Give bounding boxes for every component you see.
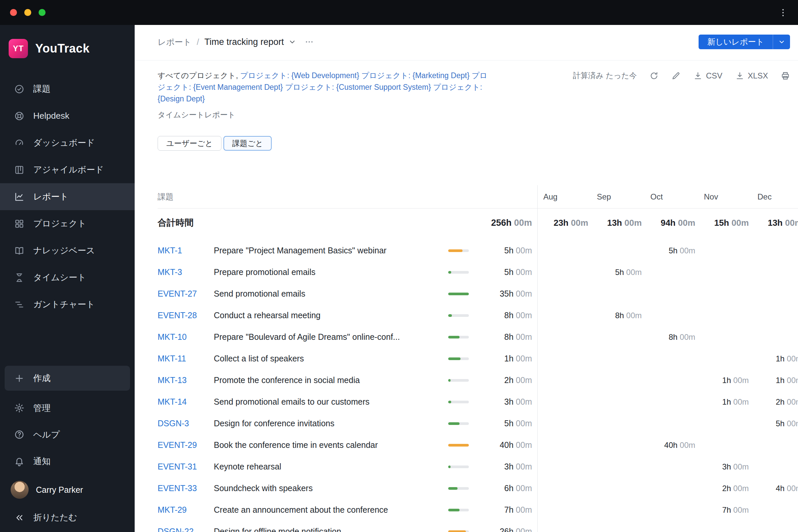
project-scope-link[interactable]: プロジェクト: {Customer Support System} [285,83,431,92]
minimize-window-button[interactable] [24,9,31,16]
agile-board-icon [14,165,25,175]
collapse-sidebar-button[interactable]: 折りたたむ [0,505,135,530]
sidebar-item-bell[interactable]: 通知 [0,448,135,474]
month-cell [537,354,591,363]
sidebar-item-issues[interactable]: 課題 [0,75,135,102]
issue-id-link[interactable]: EVENT-29 [158,440,214,450]
export-csv-button[interactable]: CSV [693,71,722,80]
breadcrumb-reports-link[interactable]: レポート [158,37,191,48]
reports-icon [14,191,25,202]
sidebar-item-gantt[interactable]: ガントチャート [0,291,135,318]
month-cell: 5h 00m [752,419,798,428]
month-cell [644,397,698,407]
sidebar-item-timesheet[interactable]: タイムシート [0,264,135,291]
month-cell [537,332,591,342]
grouping-toggle-group: ユーザーごと課題ごと [158,136,790,151]
issue-id-link[interactable]: EVENT-27 [158,289,214,299]
zoom-window-button[interactable] [39,9,45,16]
month-cell [537,246,591,255]
more-options-icon[interactable] [305,37,314,46]
month-cell: 5h 00m [644,246,698,255]
summary-month-cell: 15h 00m [698,218,752,228]
issue-id-link[interactable]: MKT-1 [158,246,214,255]
collapse-icon [14,512,25,523]
help-icon [14,429,25,440]
new-report-button[interactable]: 新しいレポート [699,35,773,49]
month-cell: 8h 00m [591,311,644,320]
new-report-dropdown-button[interactable] [773,35,790,49]
issue-id-link[interactable]: DSGN-3 [158,419,214,428]
issue-id-link[interactable]: MKT-14 [158,397,214,407]
table-row: DSGN-22Design for offline mode notificat… [158,521,798,532]
row-total: 2h 00m [482,375,532,385]
sidebar-item-help[interactable]: ヘルプ [0,421,135,448]
sidebar-item-projects[interactable]: プロジェクト [0,210,135,237]
month-cell [644,311,698,320]
table-row: EVENT-28Conduct a rehearsal meeting8h 00… [158,305,798,326]
sidebar-item-gear[interactable]: 管理 [0,395,135,421]
window-titlebar [0,0,798,25]
breadcrumb: レポート / Time tracking report [158,30,314,54]
chevron-down-icon [778,38,786,46]
summary-label: 合計時間 [158,217,193,229]
month-cell: 1h 00m [698,397,752,407]
progress-bar [448,249,469,252]
month-cell [537,268,591,277]
sidebar-item-label: ダッシュボード [33,137,95,149]
row-months: 1h 00m [537,354,798,363]
sidebar-item-reports[interactable]: レポート [0,183,135,210]
edit-button[interactable] [671,71,681,80]
toggle-by-user[interactable]: ユーザーごと [158,136,222,151]
issue-id-link[interactable]: MKT-3 [158,267,214,277]
refresh-icon [649,71,659,80]
page-header: レポート / Time tracking report 新しいレポート [135,25,798,60]
kebab-vertical-icon[interactable] [778,8,788,18]
sidebar-nav: 課題Helpdeskダッシュボードアジャイルボードレポートプロジェクトナレッジベ… [0,75,135,318]
sidebar-item-agile-board[interactable]: アジャイルボード [0,156,135,183]
user-profile[interactable]: Carry Parker [0,474,135,505]
export-label: CSV [706,71,722,80]
issue-id-link[interactable]: MKT-13 [158,375,214,385]
app-logo[interactable]: YT YouTrack [0,25,135,58]
issue-id-link[interactable]: MKT-11 [158,354,214,363]
month-cell: 40h 00m [644,440,698,450]
month-cell [591,440,644,450]
month-header-label: Aug [537,192,591,202]
table-row: MKT-1Prepare "Project Management Basics"… [158,240,798,261]
month-cell [591,246,644,255]
avatar [11,481,28,499]
create-label: 作成 [33,373,51,384]
sidebar-item-dashboard[interactable]: ダッシュボード [0,129,135,156]
issue-id-link[interactable]: EVENT-28 [158,310,214,320]
sidebar-item-label: レポート [33,191,69,203]
issue-id-link[interactable]: EVENT-31 [158,462,214,472]
chevron-down-icon[interactable] [288,38,297,46]
row-total: 8h 00m [482,332,532,342]
row-months: 1h 00m2h 00m [537,397,798,407]
month-cell [752,462,798,472]
sidebar-item-knowledge-base[interactable]: ナレッジベース [0,237,135,264]
row-months: 7h 00m [537,506,798,515]
page-title[interactable]: Time tracking report [205,37,284,47]
table-row: EVENT-27Send promotional emails35h 00m [158,283,798,305]
table-row: MKT-3Prepare promotional emails5h 00m5h … [158,261,798,283]
month-cell [591,484,644,493]
project-scope-link[interactable]: プロジェクト: {Marketing Dept} [361,71,470,80]
issue-id-link[interactable]: MKT-10 [158,332,214,342]
print-button[interactable] [781,71,790,80]
refresh-button[interactable] [649,71,659,80]
issue-id-link[interactable]: MKT-29 [158,505,214,515]
create-button[interactable]: 作成 [5,366,130,391]
month-cell [698,268,752,277]
project-scope-link[interactable]: プロジェクト: {Web Development} [240,71,359,80]
dashboard-icon [14,138,25,148]
issue-id-link[interactable]: EVENT-33 [158,483,214,493]
month-cell [591,419,644,428]
issue-id-link[interactable]: DSGN-22 [158,527,214,532]
sidebar-item-helpdesk[interactable]: Helpdesk [0,102,135,129]
toggle-by-issue[interactable]: 課題ごと [224,136,272,151]
close-window-button[interactable] [10,9,17,16]
month-cell [537,506,591,515]
month-cell [752,440,798,450]
export-xlsx-button[interactable]: XLSX [735,71,768,80]
